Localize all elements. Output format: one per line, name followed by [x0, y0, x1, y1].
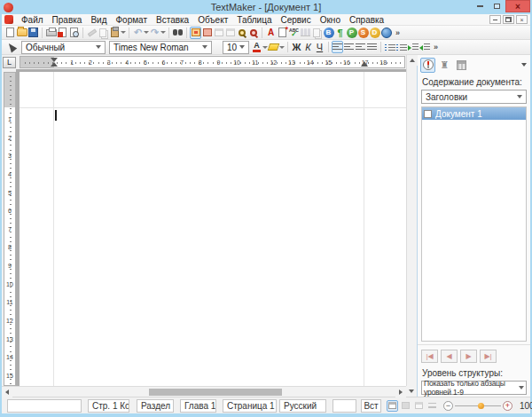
zoom-out-button[interactable]: −: [443, 401, 453, 411]
undo-button[interactable]: ↶: [132, 27, 144, 39]
scroll-down-button[interactable]: [406, 386, 417, 397]
zoom-in-button[interactable]: [236, 27, 247, 39]
dictionary-button[interactable]: D: [369, 27, 380, 39]
status-language[interactable]: Русский: [279, 399, 326, 413]
export-pdf-button[interactable]: [57, 27, 68, 39]
sidebar-tab-structure[interactable]: ♜: [437, 58, 452, 73]
view-normal-button[interactable]: [190, 27, 201, 39]
scrollbar-track[interactable]: [12, 387, 395, 397]
vertical-ruler[interactable]: 123456789101112131415: [4, 72, 16, 386]
character-dialog-button[interactable]: A: [265, 27, 277, 39]
decrease-indent-button[interactable]: [419, 41, 430, 53]
scroll-right-button[interactable]: [395, 387, 406, 397]
status-view-normal-button[interactable]: [387, 400, 398, 412]
sidebar-tab-objects[interactable]: [454, 58, 469, 73]
toolbar-overflow-button[interactable]: »: [430, 41, 442, 53]
menu-item[interactable]: Объект: [193, 15, 232, 25]
item-checkbox[interactable]: [424, 110, 432, 118]
presentations-button[interactable]: S: [357, 27, 369, 39]
status-position[interactable]: Стр. 1 Кол. 1: [88, 399, 129, 413]
format-brush-button[interactable]: [86, 27, 98, 39]
paragraph-dialog-button[interactable]: *: [277, 27, 288, 39]
redo-button[interactable]: ↷: [149, 27, 160, 39]
highlight-button[interactable]: [268, 41, 279, 53]
menu-item[interactable]: Файл: [17, 15, 48, 25]
align-left-button[interactable]: [332, 41, 343, 53]
numbered-list-button[interactable]: [384, 41, 395, 53]
zoom-slider-handle[interactable]: [478, 403, 484, 409]
sidebar-tab-navigator[interactable]: [420, 58, 435, 73]
nav-first-button[interactable]: |◀: [421, 350, 438, 363]
copy-button[interactable]: [98, 27, 109, 39]
nav-prev-button[interactable]: ◀: [441, 350, 458, 363]
indent-marker[interactable]: [51, 57, 59, 67]
font-size-select[interactable]: 10: [223, 41, 249, 54]
highlight-dropdown[interactable]: [279, 41, 285, 53]
zoom-level[interactable]: 100%: [520, 401, 532, 411]
menu-item[interactable]: Справка: [345, 15, 388, 25]
paragraph-style-select[interactable]: Обычный: [21, 41, 106, 54]
redo-dropdown[interactable]: [160, 27, 166, 39]
object-mode-button[interactable]: [4, 41, 20, 53]
bullet-list-button[interactable]: [395, 41, 407, 53]
underline-button[interactable]: Ч: [314, 41, 325, 53]
menu-item[interactable]: Вставка: [152, 15, 193, 25]
status-insert-mode[interactable]: Вст: [361, 399, 381, 413]
font-color-button[interactable]: A: [251, 41, 262, 53]
horizontal-scrollbar[interactable]: [2, 386, 406, 397]
web-button[interactable]: [380, 27, 392, 39]
spellcheck-button[interactable]: ABC✓: [288, 27, 300, 39]
status-chapter[interactable]: Глава 1: [180, 399, 216, 413]
content-type-select[interactable]: Заголовки: [421, 90, 527, 104]
nav-last-button[interactable]: ▶|: [480, 350, 497, 363]
zoom-in-button[interactable]: +: [503, 401, 512, 411]
menu-item[interactable]: Правка: [48, 15, 87, 25]
scroll-up-button[interactable]: [407, 55, 418, 66]
zoom-out-button[interactable]: [247, 27, 259, 39]
font-select[interactable]: Times New Roman: [109, 41, 212, 54]
status-view-fullscreen-button[interactable]: [426, 400, 438, 412]
print-preview-button[interactable]: [68, 27, 80, 39]
chart-button[interactable]: [300, 27, 311, 39]
status-page[interactable]: Страница 1 из 1: [223, 399, 277, 413]
new-document-button[interactable]: [4, 27, 16, 39]
menu-item[interactable]: Сервис: [276, 15, 315, 25]
print-button[interactable]: [45, 27, 57, 39]
sidebar-menu-chevron-icon[interactable]: [521, 63, 527, 67]
save-button[interactable]: [27, 27, 39, 39]
align-center-button[interactable]: [343, 41, 355, 53]
mail-merge-button[interactable]: [311, 27, 323, 39]
toolbar-overflow-button[interactable]: »: [392, 27, 403, 39]
document-list[interactable]: Документ 1: [421, 106, 527, 342]
status-view-master-button[interactable]: [400, 400, 411, 412]
menu-item[interactable]: Вид: [86, 15, 111, 25]
nav-next-button[interactable]: ▶: [460, 350, 477, 363]
menu-item[interactable]: Формат: [111, 15, 152, 25]
view-master-button[interactable]: [201, 27, 213, 39]
status-section[interactable]: Раздел 1: [137, 399, 174, 413]
paste-button[interactable]: [109, 27, 121, 39]
menu-item[interactable]: Таблица: [232, 15, 276, 25]
planmaker-button[interactable]: P: [346, 27, 357, 39]
mdi-minimize-button[interactable]: [489, 15, 501, 24]
menu-item[interactable]: Окно: [316, 15, 345, 25]
vertical-scrollbar[interactable]: [406, 55, 417, 386]
horizontal-ruler[interactable]: 123456789101112131415161718: [20, 56, 405, 68]
document-page[interactable]: [20, 72, 406, 386]
view-fullscreen-button[interactable]: [224, 27, 236, 39]
list-item-selected[interactable]: Документ 1: [422, 107, 526, 120]
formatting-marks-button[interactable]: ¶: [334, 27, 346, 39]
mdi-restore-button[interactable]: [503, 15, 514, 24]
open-button[interactable]: [16, 27, 27, 39]
status-view-object-button[interactable]: [413, 400, 425, 412]
zoom-slider[interactable]: [455, 401, 501, 411]
right-indent-marker[interactable]: [361, 61, 368, 67]
mdi-close-button[interactable]: ×: [516, 15, 528, 24]
bold-button[interactable]: Ж: [291, 41, 302, 53]
view-object-button[interactable]: [213, 27, 224, 39]
scrollbar-thumb[interactable]: [149, 389, 282, 396]
scroll-left-button[interactable]: [2, 387, 12, 397]
find-button[interactable]: [172, 27, 184, 39]
paste-dropdown[interactable]: [121, 27, 126, 39]
align-right-button[interactable]: [355, 41, 366, 53]
